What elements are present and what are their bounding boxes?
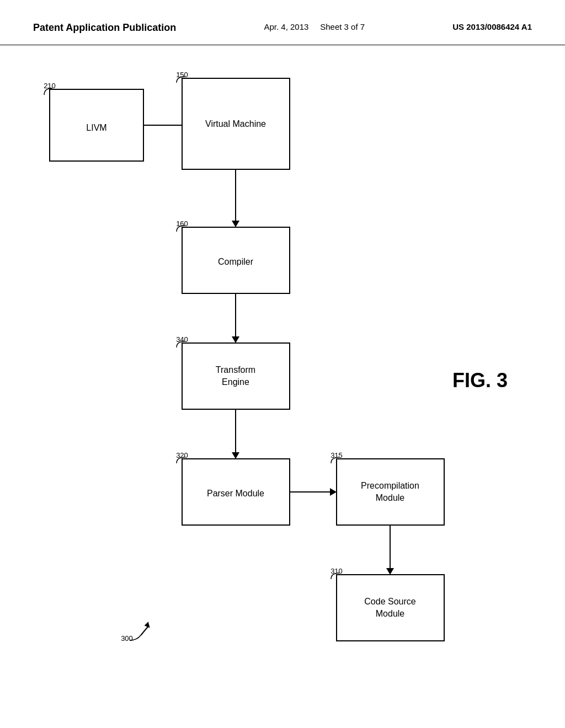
svg-marker-19 (232, 452, 239, 459)
svg-rect-25 (337, 459, 444, 525)
svg-marker-24 (330, 488, 337, 496)
publication-title: Patent Application Publication (33, 22, 176, 34)
svg-marker-8 (232, 221, 239, 227)
diagram-area: LIVM 210 Virtual Machine 150 Compiler 16… (0, 45, 565, 707)
svg-text:Virtual Machine: Virtual Machine (205, 119, 266, 129)
publication-date: Apr. 4, 2013 (264, 22, 308, 31)
svg-text:FIG. 3: FIG. 3 (452, 369, 508, 392)
svg-text:150: 150 (176, 71, 188, 79)
svg-text:Module: Module (376, 609, 405, 618)
svg-text:315: 315 (331, 451, 343, 459)
svg-text:Engine: Engine (222, 377, 249, 387)
svg-text:320: 320 (176, 451, 188, 459)
svg-text:Compiler: Compiler (218, 257, 254, 266)
svg-text:340: 340 (176, 335, 188, 344)
sheet-info: Sheet 3 of 7 (320, 22, 365, 31)
page-header: Patent Application Publication Apr. 4, 2… (0, 0, 565, 45)
svg-marker-30 (386, 568, 394, 575)
svg-marker-37 (145, 622, 152, 629)
svg-text:310: 310 (331, 567, 343, 575)
svg-rect-14 (182, 343, 290, 409)
svg-text:300: 300 (121, 634, 133, 643)
svg-text:LIVM: LIVM (86, 123, 106, 132)
publication-date-sheet: Apr. 4, 2013 Sheet 3 of 7 (264, 22, 365, 31)
svg-text:Code Source: Code Source (364, 597, 415, 606)
svg-text:Parser Module: Parser Module (207, 489, 264, 498)
svg-text:Module: Module (376, 493, 405, 502)
svg-text:Transform: Transform (216, 365, 255, 374)
svg-text:160: 160 (176, 220, 188, 228)
svg-marker-13 (232, 336, 239, 343)
svg-text:Precompilation: Precompilation (361, 481, 419, 490)
publication-number: US 2013/0086424 A1 (452, 22, 532, 31)
svg-rect-31 (337, 575, 444, 641)
